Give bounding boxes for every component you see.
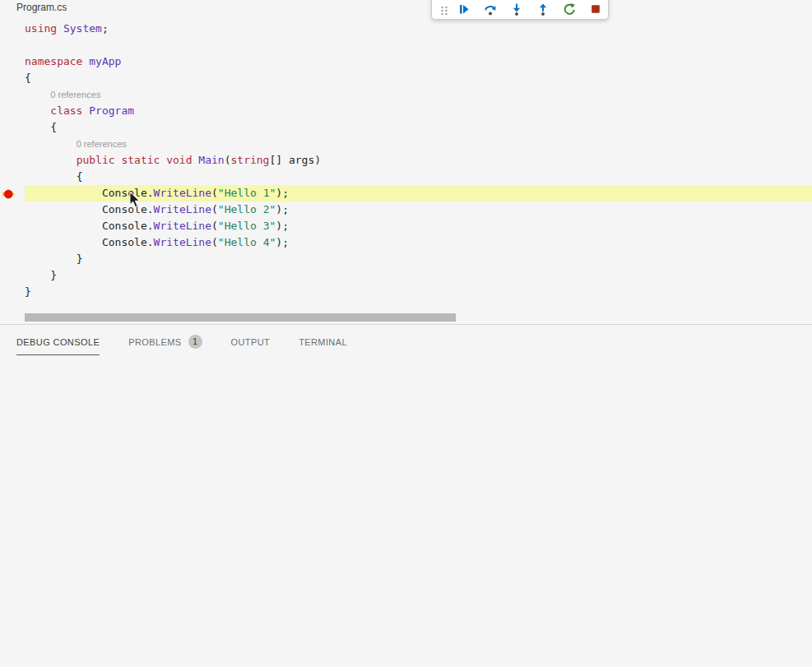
editor-tab-program-cs[interactable]: Program.cs [16,2,67,13]
code-line: class Program [25,103,812,119]
code-line: namespace myApp [25,53,812,70]
code-line: Console.WriteLine("Hello 2"); [25,201,812,218]
tab-problems[interactable]: PROBLEMS 1 [128,335,202,357]
tab-problems-label: PROBLEMS [128,337,181,347]
code-line: } [25,267,812,284]
debug-stop-icon[interactable] [589,2,602,16]
codelens-line[interactable]: 0 references [25,86,812,103]
tab-output[interactable]: OUTPUT [231,337,271,355]
code-line: public static void Main(string[] args) [25,152,812,169]
debug-step-out-icon[interactable] [536,2,550,16]
problems-count-badge: 1 [188,335,202,349]
code-line: using System; [25,21,812,37]
code-line [25,37,812,53]
code-line: Console.WriteLine("Hello 3"); [25,218,812,234]
code-line: { [25,169,812,185]
code-line: Console.WriteLine("Hello 1"); [25,185,812,201]
code-line: Console.WriteLine("Hello 4"); [25,234,812,251]
drag-handle-icon[interactable] [438,2,451,16]
code-line: { [25,70,812,86]
tab-terminal[interactable]: TERMINAL [299,337,347,355]
code-line: } [25,284,812,300]
tab-debug-console[interactable]: DEBUG CONSOLE [16,337,100,355]
horizontal-scrollbar-thumb[interactable] [25,313,456,322]
tab-output-label: OUTPUT [231,337,271,347]
tab-terminal-label: TERMINAL [299,337,347,347]
code-line: { [25,119,812,136]
debug-step-over-icon[interactable] [484,2,497,16]
debug-toolbar [431,0,609,20]
panel-tabs: DEBUG CONSOLE PROBLEMS 1 OUTPUT TERMINAL [0,325,812,357]
code-lines: using System;namespace myApp{0 reference… [25,21,812,300]
debug-restart-icon[interactable] [563,2,576,16]
debug-continue-icon[interactable] [457,2,471,16]
codelens-line[interactable]: 0 references [25,136,812,152]
debug-step-into-icon[interactable] [510,2,523,16]
breakpoint-current-line-icon[interactable] [2,188,16,200]
tab-debug-console-label: DEBUG CONSOLE [16,337,100,347]
bottom-panel: DEBUG CONSOLE PROBLEMS 1 OUTPUT TERMINAL [0,324,812,667]
code-line: } [25,251,812,267]
